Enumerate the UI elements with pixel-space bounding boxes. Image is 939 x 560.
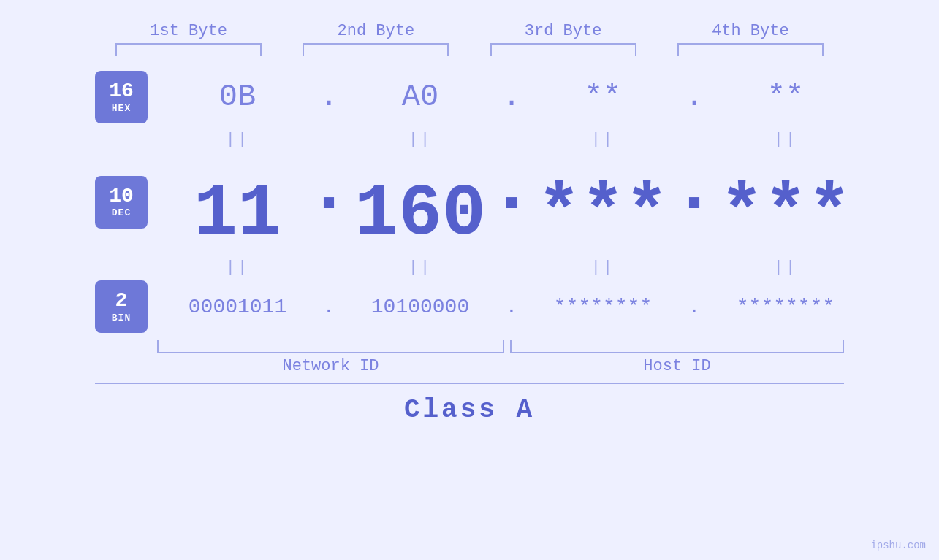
top-bracket-row xyxy=(0,40,939,56)
dec-val-4: *** xyxy=(720,178,851,251)
bin-badge-label: BIN xyxy=(112,312,131,323)
dec-cell-1: 11 xyxy=(157,178,318,251)
bin-badge-num: 2 xyxy=(115,290,128,312)
hex-dot-2: . xyxy=(501,80,522,115)
bin-dot-2: . xyxy=(501,296,522,318)
hex-dot-3: . xyxy=(683,80,705,115)
bracket-1 xyxy=(115,43,262,56)
class-label: Class A xyxy=(404,395,535,425)
hex-cell-2: A0 xyxy=(340,80,501,115)
hex-val-3: ** xyxy=(585,80,621,115)
hex-row-wrapper: 16 HEX 0B . A0 . ** xyxy=(95,71,844,123)
hex-values-row: 0B . A0 . ** . ** xyxy=(157,80,866,115)
dec-row-wrapper: 10 DEC 11 . 160 . *** xyxy=(95,153,844,251)
hex-dot-1: . xyxy=(318,80,340,115)
bottom-bracket-inner xyxy=(157,340,844,353)
hex-badge-num: 16 xyxy=(109,80,134,103)
bin-cell-1: 00001011 xyxy=(157,296,318,318)
bin-val-1: 00001011 xyxy=(189,296,286,318)
bottom-bracket-network xyxy=(157,340,504,353)
bin-dot-1: . xyxy=(318,296,340,318)
all-rows: 16 HEX 0B . A0 . ** xyxy=(0,71,939,375)
eq2-2: || xyxy=(340,258,501,277)
byte-headers: 1st Byte 2nd Byte 3rd Byte 4th Byte xyxy=(0,0,939,40)
hex-cell-3: ** xyxy=(522,80,683,115)
eq-1: || xyxy=(157,131,318,149)
bracket-3 xyxy=(490,43,636,56)
dec-badge: 10 DEC xyxy=(95,176,148,229)
byte-header-3: 3rd Byte xyxy=(483,22,644,40)
dec-val-2: 160 xyxy=(354,178,486,251)
labels-inner: Network ID Host ID xyxy=(157,357,844,375)
eq-row-2: || || || || xyxy=(95,255,844,280)
eq2-3: || xyxy=(522,258,683,277)
bin-dot-3: . xyxy=(683,296,705,318)
dec-dot-3: . xyxy=(683,153,705,251)
byte-header-2: 2nd Byte xyxy=(295,22,456,40)
class-row-wrapper: Class A xyxy=(0,383,939,432)
hex-badge: 16 HEX xyxy=(95,71,148,123)
eq-2: || xyxy=(340,131,501,149)
eq-4: || xyxy=(705,131,866,149)
class-line xyxy=(95,383,844,384)
bin-val-3: ******** xyxy=(554,296,652,318)
main-container: 1st Byte 2nd Byte 3rd Byte 4th Byte 16 H… xyxy=(0,0,939,560)
bottom-bracket-row xyxy=(95,340,844,353)
hex-badge-label: HEX xyxy=(112,103,131,114)
bin-badge: 2 BIN xyxy=(95,280,148,333)
byte-header-1: 1st Byte xyxy=(108,22,269,40)
eq-inner-1: || || || || xyxy=(157,131,866,149)
dec-values-row: 11 . 160 . *** . *** xyxy=(157,153,866,251)
dec-val-3: *** xyxy=(537,178,669,251)
bin-val-2: 10100000 xyxy=(371,296,469,318)
dec-cell-3: *** xyxy=(522,178,683,251)
hex-cell-4: ** xyxy=(705,80,866,115)
bin-badge-holder: 2 BIN xyxy=(95,280,157,333)
bottom-bracket-host xyxy=(510,340,844,353)
host-id-label: Host ID xyxy=(510,357,844,375)
bin-cell-3: ******** xyxy=(522,296,683,318)
dec-cell-2: 160 xyxy=(340,178,501,251)
dec-badge-label: DEC xyxy=(112,207,131,218)
bin-val-4: ******** xyxy=(737,296,835,318)
dec-dot-2: . xyxy=(501,153,522,251)
hex-badge-holder: 16 HEX xyxy=(95,71,157,123)
network-id-label: Network ID xyxy=(157,357,504,375)
bracket-2 xyxy=(303,43,449,56)
dec-badge-num: 10 xyxy=(109,185,134,208)
class-label-row: Class A xyxy=(95,391,844,432)
bin-row-wrapper: 2 BIN 00001011 . 10100000 . ******** xyxy=(95,280,844,333)
bracket-4 xyxy=(677,43,824,56)
eq2-1: || xyxy=(157,258,318,277)
eq-inner-2: || || || || xyxy=(157,258,866,277)
eq-3: || xyxy=(522,131,683,149)
watermark: ipshu.com xyxy=(870,540,926,551)
dec-cell-4: *** xyxy=(705,178,866,251)
bin-values-row: 00001011 . 10100000 . ******** . xyxy=(157,296,866,318)
hex-val-2: A0 xyxy=(402,80,438,115)
eq-row-1: || || || || xyxy=(95,127,844,153)
hex-val-4: ** xyxy=(767,80,804,115)
hex-val-1: 0B xyxy=(219,80,256,115)
bin-cell-2: 10100000 xyxy=(340,296,501,318)
dec-val-1: 11 xyxy=(194,178,281,251)
bin-cell-4: ******** xyxy=(705,296,866,318)
dec-badge-holder: 10 DEC xyxy=(95,176,157,229)
hex-cell-1: 0B xyxy=(157,80,318,115)
labels-row: Network ID Host ID xyxy=(95,357,844,375)
eq2-4: || xyxy=(705,258,866,277)
dec-dot-1: . xyxy=(318,153,340,251)
byte-header-4: 4th Byte xyxy=(670,22,831,40)
